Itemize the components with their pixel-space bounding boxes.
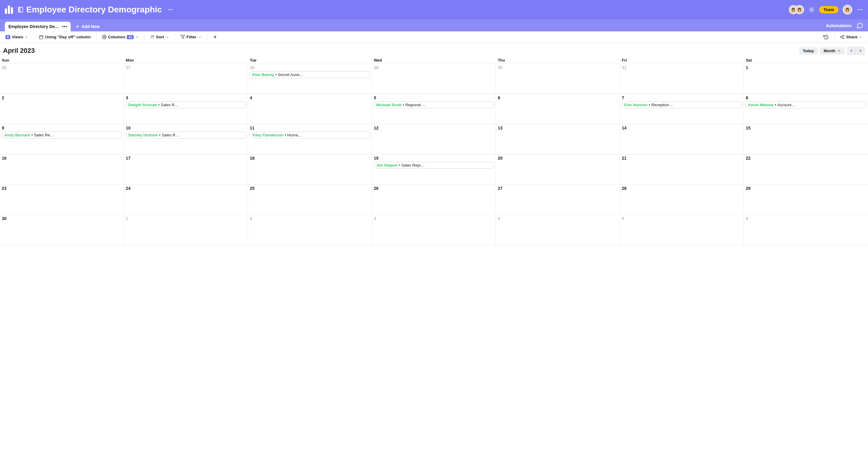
calendar-cell[interactable]: 20 [496,155,620,185]
day-number: 20 [498,156,618,161]
calendar-cell[interactable]: 6 [496,94,620,124]
day-number: 6 [746,216,866,221]
day-number: 16 [2,156,122,161]
calendar-cell[interactable]: 26 [372,185,496,215]
avatar: 👩 [795,5,804,14]
calendar-cell[interactable]: 29 [372,64,496,94]
calendar-cell[interactable]: 5Michael Scott • Regional … [372,94,496,124]
calendar-cell[interactable]: 6 [744,215,868,245]
today-button[interactable]: Today [799,47,817,55]
next-month-button[interactable] [856,46,865,55]
calendar-cell[interactable]: 19Jim Halpert • Sales Repr… [372,155,496,185]
tab-more-icon[interactable] [62,26,67,27]
prev-month-button[interactable] [847,46,856,55]
svg-line-34 [842,37,843,38]
calendar-cell[interactable]: 3Dwight Schrute • Sales R… [124,94,248,124]
day-number: 14 [622,126,742,130]
day-number: 4 [498,216,618,221]
calendar-cell[interactable]: 30 [0,215,124,245]
header-more-icon[interactable] [857,6,863,13]
calendar-event[interactable]: Stanley Hudson • Sales R… [126,132,246,138]
view-mode-dropdown[interactable]: Month [820,47,844,55]
using-column-button[interactable]: Using "Day off" column [36,33,93,40]
calendar-cell[interactable]: 31 [620,64,744,94]
calendar-cell[interactable]: 16 [0,155,124,185]
calendar-cell[interactable]: 27 [496,185,620,215]
separator [144,34,145,40]
svg-rect-19 [39,36,43,39]
sort-button[interactable]: Sort [148,33,172,40]
calendar-cell[interactable]: 9Andy Bernard • Sales Re… [0,124,124,155]
automations-link[interactable]: Automations [826,23,852,28]
svg-point-2 [168,9,169,10]
history-button[interactable] [821,33,831,41]
theme-toggle-icon[interactable] [808,6,815,13]
calendar-cell[interactable]: 23 [0,185,124,215]
using-column-label: Using "Day off" column [45,35,91,39]
calendar-cell[interactable]: 18 [248,155,372,185]
collaborator-avatars[interactable]: 👩 👩 [789,5,804,14]
calendar-cell[interactable]: 30 [496,64,620,94]
team-badge[interactable]: Team [819,6,838,13]
user-avatar[interactable]: 👩 [843,5,852,14]
calendar-cell[interactable]: 15 [744,124,868,155]
calendar-cell[interactable]: 28 [620,185,744,215]
add-new-button[interactable]: Add New [75,24,100,29]
calendar-event[interactable]: Michael Scott • Regional … [374,101,494,108]
calendar-cell[interactable]: 25 [248,185,372,215]
share-button[interactable]: Share [838,33,865,40]
calendar-cell[interactable]: 11Toby Flanderson • Huma… [248,124,372,155]
svg-marker-28 [181,35,185,39]
calendar-cell[interactable]: 2 [0,94,124,124]
calendar-event[interactable]: Dwight Schrute • Sales R… [126,101,246,108]
calendar-cell[interactable]: 4 [248,94,372,124]
calendar-cell[interactable]: 28Pam Beesly • Secret Assis… [248,64,372,94]
comments-icon[interactable] [857,22,863,29]
calendar-cell[interactable]: 7Erin Hannon • Reception… [620,94,744,124]
calendar-cell[interactable]: 3 [372,215,496,245]
calendar-event[interactable]: Kevin Malone • Account… [746,101,866,108]
page-title[interactable]: Employee Directory Demographic [26,5,162,14]
views-button[interactable]: 9 Views [3,33,30,40]
filter-button[interactable]: Filter [178,33,204,40]
columns-button[interactable]: Columns 11 [100,33,141,40]
separator [96,34,97,40]
calendar-cell[interactable]: 17 [124,155,248,185]
calendar-cell[interactable]: 1 [124,215,248,245]
calendar-cell[interactable]: 24 [124,185,248,215]
calendar-cell[interactable]: 1 [744,64,868,94]
day-number: 29 [746,186,866,191]
calendar-cell[interactable]: 10Stanley Hudson • Sales R… [124,124,248,155]
calendar-event[interactable]: Jim Halpert • Sales Repr… [374,162,494,169]
day-number: 17 [126,156,246,161]
calendar-event[interactable]: Pam Beesly • Secret Assis… [250,71,370,78]
day-number: 18 [250,156,370,161]
add-toolbar-button[interactable] [210,33,220,40]
day-number: 11 [250,126,370,130]
calendar-cell[interactable]: 4 [496,215,620,245]
calendar-event[interactable]: Andy Bernard • Sales Re… [2,132,122,138]
event-role: Sales R… [161,103,179,107]
calendar-event[interactable]: Erin Hannon • Reception… [622,101,742,108]
views-count-badge: 9 [5,35,10,39]
calendar-cell[interactable]: 14 [620,124,744,155]
title-more-icon[interactable] [167,7,174,13]
tab-active[interactable]: Employee Directory Demo… [5,22,71,31]
svg-line-13 [813,7,814,8]
calendar-cell[interactable]: 8Kevin Malone • Account… [744,94,868,124]
app-logo[interactable] [5,5,13,14]
calendar-cell[interactable]: 5 [620,215,744,245]
calendar-cell[interactable]: 27 [124,64,248,94]
calendar-cell[interactable]: 12 [372,124,496,155]
calendar-event[interactable]: Toby Flanderson • Huma… [250,132,370,138]
event-separator: • [649,103,650,107]
calendar-cell[interactable]: 21 [620,155,744,185]
calendar-nav [847,46,865,55]
calendar-cell[interactable]: 2 [248,215,372,245]
calendar-cell[interactable]: 13 [496,124,620,155]
dow-label: Thu [496,57,620,64]
columns-label: Columns [108,35,126,39]
calendar-cell[interactable]: 26 [0,64,124,94]
calendar-cell[interactable]: 22 [744,155,868,185]
calendar-cell[interactable]: 29 [744,185,868,215]
